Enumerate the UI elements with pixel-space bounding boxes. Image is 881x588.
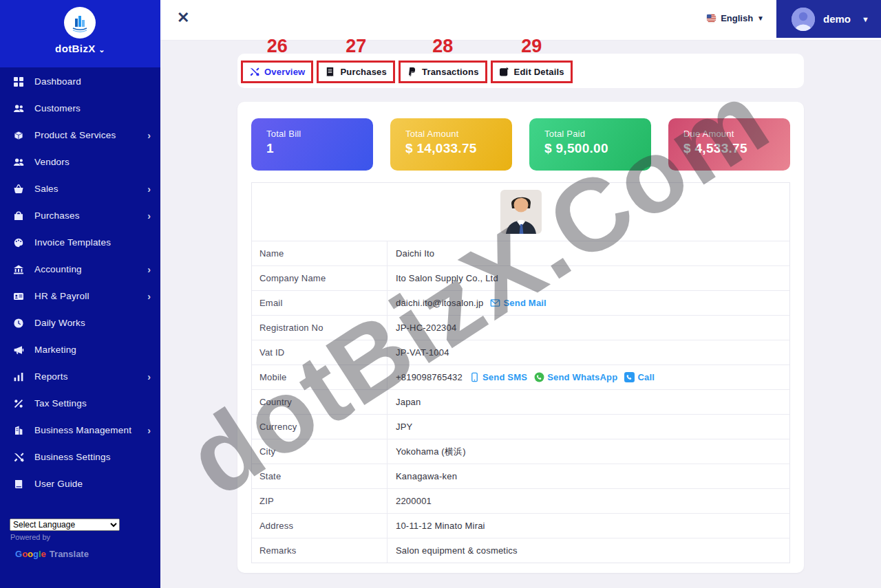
sidebar-item-vendors[interactable]: Vendors [0,149,160,175]
sidebar-item-daily-works[interactable]: Daily Works [0,309,160,336]
sidebar-item-product-services[interactable]: Product & Services› [0,122,160,149]
sidebar-item-purchases[interactable]: Purchases› [0,202,160,229]
send-sms-link[interactable]: Send SMS [469,372,527,382]
google-translate-logo[interactable]: GoogleTranslate [15,549,89,559]
detail-value: Japan [388,390,789,414]
palette-icon [13,237,25,248]
detail-value-text: Salon equipment & cosmetics [396,545,518,556]
call-link[interactable]: Call [624,372,655,382]
bank-icon [13,263,25,275]
detail-label: Vat ID [252,340,388,364]
sidebar-header: dotBizX ⌄ [0,0,160,67]
sidebar-item-user-guide[interactable]: User Guide [0,470,160,497]
brand-name[interactable]: dotBizX ⌄ [0,43,160,54]
chevron-right-icon: › [147,184,151,195]
detail-label: Mobile [252,365,388,389]
detail-label: Address [252,514,388,538]
detail-value: JP-VAT-1004 [388,340,789,364]
chevron-right-icon: › [147,264,151,275]
detail-label: Remarks [252,538,388,563]
mail-icon [490,298,500,308]
sidebar-item-accounting[interactable]: Accounting› [0,256,160,283]
sidebar-item-label: Sales [34,184,147,194]
detail-value-text: Japan [396,397,421,407]
detail-label: Registration No [252,316,388,340]
sidebar-item-label: Vendors [34,157,151,167]
link-label: Send SMS [482,372,527,382]
sidebar-item-label: Purchases [34,210,147,221]
sidebar-item-label: Tax Settings [34,398,151,409]
sidebar-item-sales[interactable]: Sales› [0,175,160,202]
paypal-icon [407,67,417,77]
topbar: ✕ English ▼ [160,0,881,41]
sms-icon [469,372,480,382]
language-switcher[interactable]: English ▼ [706,13,764,23]
sidebar-item-customers[interactable]: Customers [0,95,160,122]
stat-card-total-paid: Total Paid$ 9,500.00 [529,118,651,171]
send-mail-link[interactable]: Send Mail [490,298,546,308]
tab-purchases[interactable]: Purchases [317,61,395,83]
users-icon [13,156,25,168]
chart-icon [13,371,25,382]
detail-value-text: Daichi Ito [396,248,434,259]
tab-overview[interactable]: Overview [241,61,313,83]
detail-value: Salon equipment & cosmetics [388,538,789,563]
username-label: demo [823,13,851,25]
bag-icon [13,210,25,221]
detail-value: daichi.ito@itosalon.jpSend Mail [388,291,789,315]
detail-row-registration-no: Registration NoJP-HC-202304 [252,315,789,340]
tab-label: Transactions [422,67,479,77]
stat-label: Total Bill [266,129,373,139]
grid-icon [13,76,25,87]
annotation-number: 26 [267,36,288,57]
stat-label: Due Amount [683,129,790,139]
sidebar-nav: DashboardCustomersProduct & Services›Ven… [0,68,160,497]
user-menu[interactable]: demo ▼ [776,0,881,38]
tools-icon [13,451,25,463]
sidebar-item-label: Daily Works [34,318,151,328]
tab-label: Edit Details [514,67,564,77]
sidebar-item-reports[interactable]: Reports› [0,363,160,390]
sidebar-item-dashboard[interactable]: Dashboard [0,68,160,95]
detail-label: Currency [252,415,388,439]
page: dotBizX ⌄ DashboardCustomersProduct & Se… [0,0,881,588]
tab-edit-details[interactable]: Edit Details [491,61,573,83]
stats-row: Total Bill1Total Amount$ 14,033.75Total … [251,118,790,171]
detail-label: State [252,464,388,488]
dotbizx-logo-icon [64,7,96,39]
detail-row-company-name: Company NameIto Salon Supply Co., Ltd [252,265,789,290]
sidebar-item-label: Reports [34,371,147,382]
tab-transactions[interactable]: Transactions [399,61,487,83]
cart-icon [13,183,25,195]
chevron-down-icon: ▼ [757,14,764,22]
detail-row-city: CityYokohama (横浜) [252,439,789,464]
close-icon[interactable]: ✕ [177,10,189,25]
detail-row-email: Emaildaichi.ito@itosalon.jpSend Mail [252,290,789,315]
sidebar-item-marketing[interactable]: Marketing [0,336,160,363]
detail-value: Ito Salon Supply Co., Ltd [388,266,789,290]
stat-value: $ 9,500.00 [544,141,651,156]
sidebar-item-invoice-templates[interactable]: Invoice Templates [0,229,160,256]
sidebar-item-label: Customers [34,103,151,113]
language-select[interactable]: Select Language [10,519,120,531]
detail-value: 10-11-12 Minato Mirai [388,514,789,538]
sidebar-item-business-management[interactable]: Business Management› [0,417,160,444]
sidebar-item-tax-settings[interactable]: Tax Settings [0,390,160,417]
sidebar-item-label: User Guide [34,479,151,489]
sidebar-item-hr-payroll[interactable]: HR & Payroll› [0,283,160,309]
detail-value-text: +819098765432 [396,372,463,382]
sidebar-item-business-settings[interactable]: Business Settings [0,444,160,470]
sidebar-item-label: Product & Services [34,130,147,140]
detail-value-text: JPY [396,422,412,432]
stat-value: $ 4,533.75 [683,141,790,156]
chevron-down-icon: ▼ [862,15,869,23]
tab-label: Purchases [340,67,387,77]
detail-label: City [252,439,388,464]
stat-value: $ 14,033.75 [405,141,512,156]
stat-card-total-bill: Total Bill1 [251,118,373,171]
megaphone-icon [13,344,25,356]
idcard-icon [13,290,25,302]
detail-value-text: daichi.ito@itosalon.jp [396,298,483,308]
send-whatsapp-link[interactable]: Send WhatsApp [534,372,617,382]
chevron-right-icon: › [147,210,151,221]
